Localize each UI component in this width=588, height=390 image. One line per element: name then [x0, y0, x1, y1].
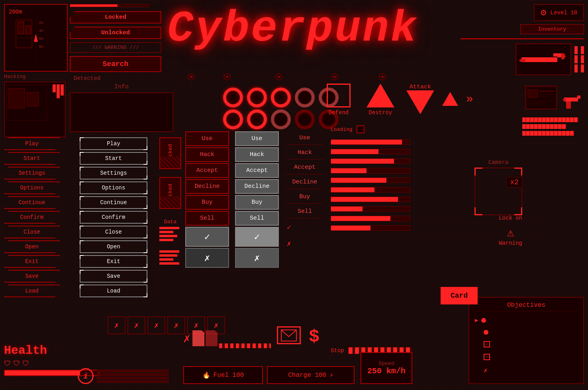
btn-buy-mid[interactable]: Buy [185, 195, 229, 210]
btn-accept-gray[interactable]: Accept [235, 163, 279, 178]
btn-start-left[interactable]: Start [4, 152, 60, 165]
svg-rect-33 [528, 90, 538, 98]
objective-1: ▶ [473, 315, 579, 325]
btn-check-mid[interactable]: ✓ [185, 227, 229, 247]
prog-bar-fill-1 [331, 140, 402, 144]
camera-corner-tl [474, 168, 482, 176]
btn-hack-ghost[interactable]: Hack [287, 146, 323, 160]
info-line-4 [97, 380, 169, 383]
btn-use-gray[interactable]: Use [235, 131, 279, 146]
btn-save-second[interactable]: Save [80, 270, 147, 283]
btn-exit-left[interactable]: Exit [4, 255, 60, 268]
card-button[interactable]: Card [441, 287, 478, 304]
svg-text:6x: 6x [39, 37, 43, 41]
gear-icon[interactable]: ⚙ [541, 7, 546, 18]
btn-sell-ghost[interactable]: Sell [287, 205, 323, 218]
id-card-area [525, 86, 584, 117]
prog-bar-fill-2 [331, 149, 378, 154]
hacking-svg [5, 82, 65, 136]
prog-bar-3 [331, 158, 410, 164]
lockon-label: Lock on [499, 215, 522, 221]
x-icon-3[interactable]: ✗ [147, 316, 165, 334]
objectives-box: Objectives ▶ ✓ ✓ ✗ [468, 297, 584, 384]
btn-open-second[interactable]: Open [80, 240, 147, 253]
ring-3 [271, 88, 291, 107]
btn-play-second[interactable]: Play [80, 137, 147, 150]
fuel-icon: 🔥 [202, 371, 210, 379]
btn-buy-ghost[interactable]: Buy [287, 190, 323, 204]
btn-accept-ghost[interactable]: Accept [287, 161, 323, 174]
data-lines [159, 227, 181, 265]
health-icon-2: 🛡 [13, 359, 20, 368]
x-icon-4[interactable]: ✗ [167, 316, 185, 334]
map-area: 200m 2x 4x 6x 8x [4, 4, 68, 72]
ring-8 [271, 109, 291, 129]
rings-section [223, 88, 339, 129]
btn-hack-gray[interactable]: Hack [235, 147, 279, 162]
btn-open-left[interactable]: Open [4, 240, 60, 253]
prog-bar-8 [331, 206, 410, 212]
btn-x-gray[interactable]: ✗ [235, 248, 279, 268]
search-bar[interactable]: Search [70, 56, 161, 72]
svg-rect-12 [27, 92, 39, 106]
pistol-area [560, 86, 584, 117]
btn-load-second[interactable]: Load [80, 285, 147, 297]
btn-settings-left[interactable]: Settings [4, 167, 60, 179]
btn-confirm-left[interactable]: Confirm [4, 211, 60, 224]
btn-start-second[interactable]: Start [80, 152, 147, 165]
btn-buy-gray[interactable]: Buy [235, 195, 279, 210]
destroy-label: Destroy [369, 109, 392, 116]
info-line-2 [97, 373, 169, 376]
btn-continue-left[interactable]: Continue [4, 196, 60, 209]
btn-save-left[interactable]: Save [4, 270, 60, 283]
health-icons: 🛡 🛡 🛡 [4, 359, 108, 368]
btn-sell-mid[interactable]: Sell [185, 211, 229, 226]
btn-load-left[interactable]: Load [4, 285, 60, 297]
btn-close-second[interactable]: Close [80, 226, 147, 238]
x-ghost[interactable]: ✗ [287, 236, 323, 251]
btn-exit-second[interactable]: Exit [80, 255, 147, 268]
btn-close-left[interactable]: Close [4, 226, 60, 238]
btn-options-left[interactable]: Options [4, 181, 60, 194]
btn-use-ghost[interactable]: Use [287, 131, 323, 145]
info-lines [97, 370, 169, 383]
lockon-section: Lock on ⚠ Warning [499, 215, 522, 246]
doc-2 [206, 330, 218, 346]
btn-accept-mid[interactable]: Accept [185, 163, 229, 178]
btn-options-second[interactable]: Options [80, 181, 147, 194]
btn-decline-gray[interactable]: Decline [235, 179, 279, 194]
btn-x-mid[interactable]: ✗ [185, 248, 229, 268]
info-box [70, 92, 173, 132]
btn-check-gray[interactable]: ✓ [235, 227, 279, 247]
btn-use-mid[interactable]: Use [185, 131, 229, 146]
btn-confirm-second[interactable]: Confirm [80, 211, 147, 224]
data-panel: Data [159, 219, 181, 265]
top-right: ⚙ Level 10 Inventory [461, 4, 584, 75]
camera-crosshair [474, 168, 522, 215]
btn-play-left[interactable]: Play [4, 137, 60, 150]
mail-icon[interactable] [277, 326, 301, 344]
camera-corner-br [514, 207, 522, 215]
btn-settings-second[interactable]: Settings [80, 167, 147, 179]
objectives-section: Objectives ▶ ✓ ✓ ✗ [468, 297, 584, 384]
btn-hack-mid[interactable]: Hack [185, 147, 229, 162]
btn-sell-gray[interactable]: Sell [235, 211, 279, 226]
prog-bars-section [331, 139, 410, 232]
check-ghost[interactable]: ✓ [287, 220, 323, 235]
data-line-4 [159, 239, 173, 241]
camera-label: Camera [474, 159, 522, 166]
arrow-up-icon [442, 92, 458, 106]
warning-label: /// WARNING /// [70, 42, 161, 53]
x-icon-1[interactable]: ✗ [108, 316, 125, 334]
locked-tag-1: Locked [159, 137, 181, 169]
btn-decline-ghost[interactable]: Decline [287, 176, 323, 189]
rings-row-1 [223, 88, 339, 107]
prog-bar-5 [331, 177, 410, 183]
x-icon-2[interactable]: ✗ [127, 316, 145, 334]
prog-bar-4 [331, 168, 410, 174]
objective-dot-2 [484, 330, 488, 335]
svg-point-22 [190, 76, 192, 78]
btn-continue-second[interactable]: Continue [80, 196, 147, 209]
btn-decline-mid[interactable]: Decline [185, 179, 229, 194]
top-bar-1 [70, 4, 149, 7]
